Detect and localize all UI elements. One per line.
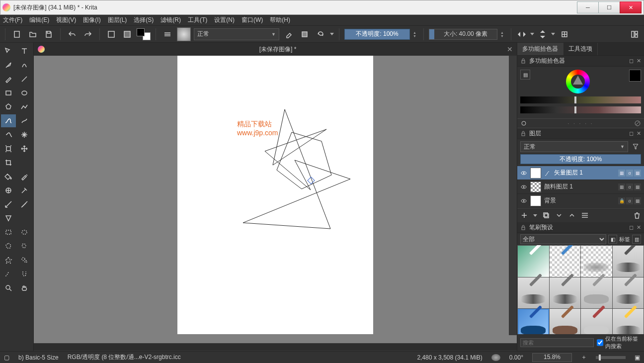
reload-brush-button[interactable] — [314, 28, 327, 41]
brush-preset[interactable] — [613, 246, 644, 277]
transform-layer-tool[interactable] — [1, 142, 16, 155]
selection-mode-icon[interactable]: ▢ — [4, 354, 9, 361]
menu-tool[interactable]: 工具(T) — [188, 16, 207, 24]
docker-drag-handle[interactable]: · · · · · — [530, 121, 631, 126]
menu-layer[interactable]: 图层(L) — [108, 16, 127, 24]
transform-tool[interactable] — [1, 45, 16, 58]
color-options-button[interactable]: ▤ — [520, 70, 530, 80]
close-document-button[interactable]: ✕ — [507, 45, 513, 53]
reference-tool[interactable] — [1, 212, 16, 225]
crop-tool[interactable] — [1, 156, 16, 169]
menu-image[interactable]: 图像(I) — [83, 16, 100, 24]
brush-settings-button[interactable] — [161, 28, 174, 41]
maximize-button[interactable]: ☐ — [598, 1, 620, 13]
color-history-strip[interactable] — [520, 96, 641, 103]
eraser-toggle[interactable] — [282, 28, 295, 41]
layer-badge[interactable]: ▩ — [634, 197, 641, 204]
tab-color-picker[interactable]: 多功能拾色器 — [517, 43, 564, 55]
save-button[interactable] — [42, 28, 55, 41]
brush-preset[interactable] — [550, 277, 581, 309]
docker-float-button[interactable]: ◻ — [629, 58, 634, 64]
smart-patch-tool[interactable] — [17, 184, 32, 197]
mirror-vertical-button[interactable] — [537, 29, 548, 40]
bezier-tool[interactable] — [1, 114, 16, 127]
pattern-button[interactable] — [121, 28, 134, 41]
layer-alpha-badge[interactable]: α — [626, 183, 633, 190]
layer-row[interactable]: 背景 🔒α▩ — [517, 194, 644, 208]
brush-tool[interactable] — [1, 73, 16, 86]
document-tab[interactable]: [未保存图像] * ✕ — [34, 43, 517, 56]
pan-tool[interactable] — [17, 281, 32, 294]
delete-layer-button[interactable] — [633, 211, 641, 219]
brush-preset[interactable] — [518, 277, 549, 309]
layer-filter-button[interactable] — [630, 141, 641, 152]
move-down-button[interactable] — [555, 211, 563, 219]
layer-blend-mode-select[interactable]: 正常▼ — [520, 141, 628, 152]
tab-tool-options[interactable]: 工具选项 — [564, 43, 598, 55]
polygon-tool[interactable] — [1, 100, 16, 113]
dynamic-brush-tool[interactable] — [1, 128, 16, 141]
menu-file[interactable]: 文件(F) — [3, 16, 22, 24]
size-slider[interactable]: 大小: 40.00 像素 — [429, 29, 497, 40]
reset-icon[interactable] — [520, 120, 527, 127]
magnetic-select-tool[interactable] — [17, 268, 32, 280]
blend-mode-select[interactable]: 正常 ▼ — [194, 28, 279, 40]
color-shade-strip[interactable] — [520, 106, 641, 113]
layer-row[interactable]: 矢量图层 1 ▦α▩ — [517, 166, 644, 180]
close-button[interactable]: ✕ — [620, 1, 642, 13]
color-swatch-pair[interactable] — [137, 28, 151, 40]
move-tool[interactable] — [17, 142, 32, 155]
new-doc-button[interactable] — [10, 28, 23, 41]
brush-preset[interactable] — [518, 309, 549, 334]
dropdown-arrow-icon[interactable] — [533, 214, 537, 217]
rect-select-tool[interactable] — [1, 226, 16, 239]
brush-view-toggle[interactable]: ◧ — [608, 235, 617, 244]
menu-select[interactable]: 选择(S) — [134, 16, 154, 24]
multibrush-tool[interactable] — [17, 128, 32, 141]
text-tool[interactable] — [17, 45, 32, 58]
color-picker-tool[interactable] — [17, 170, 32, 183]
alpha-lock-toggle[interactable] — [298, 28, 311, 41]
pattern-edit-tool[interactable] — [1, 184, 16, 197]
zoom-plus-button[interactable]: ＋ — [581, 353, 587, 362]
polyline-tool[interactable] — [17, 100, 32, 113]
docker-float-button[interactable]: ◻ — [629, 224, 634, 231]
docker-close-button[interactable]: ✕ — [637, 58, 641, 64]
similar-select-tool[interactable] — [17, 254, 32, 267]
layer-badge[interactable]: ▦ — [618, 183, 625, 190]
duplicate-layer-button[interactable] — [542, 211, 550, 219]
status-color-profile[interactable]: RGB/透明度 (8 位整数/通...e-V2-srgbtrc.icc — [68, 353, 181, 362]
zoom-tool[interactable] — [1, 281, 16, 294]
menu-edit[interactable]: 编辑(E) — [29, 16, 49, 24]
menu-help[interactable]: 帮助(H) — [270, 16, 290, 24]
layer-alpha-badge[interactable]: α — [626, 197, 633, 204]
polygon-select-tool[interactable] — [1, 240, 16, 253]
visibility-icon[interactable] — [520, 183, 527, 190]
calligraphy-tool[interactable] — [17, 59, 32, 72]
layer-opacity-slider[interactable]: 不透明度: 100% — [520, 154, 641, 164]
brush-preset[interactable] — [581, 246, 612, 277]
ellipse-select-tool[interactable] — [17, 226, 32, 239]
vertical-scrollbar[interactable] — [509, 56, 517, 335]
gradient-button[interactable] — [105, 28, 118, 41]
minimize-button[interactable]: ─ — [577, 1, 599, 13]
brush-tag-filter[interactable]: 全部 — [520, 234, 606, 244]
docker-close-button[interactable]: ✕ — [637, 130, 641, 137]
freehand-select-tool[interactable] — [17, 240, 32, 253]
layer-badge[interactable]: ▦ — [618, 170, 625, 177]
redo-button[interactable] — [81, 28, 94, 41]
brush-preset[interactable] — [550, 309, 581, 334]
edit-shapes-tool[interactable] — [1, 59, 16, 72]
horizontal-scrollbar[interactable] — [34, 343, 517, 351]
brush-preset[interactable] — [550, 246, 581, 277]
current-color-swatch[interactable] — [629, 70, 641, 82]
docker-close-button[interactable]: ✕ — [637, 224, 641, 231]
fill-tool[interactable] — [1, 170, 16, 183]
brush-preset[interactable] — [581, 277, 612, 309]
layer-lock-badge[interactable]: 🔒 — [618, 197, 625, 204]
brush-preset[interactable] — [581, 309, 612, 334]
rotation-dial[interactable] — [491, 354, 500, 361]
visibility-icon[interactable] — [520, 170, 527, 177]
opacity-stepper[interactable]: ▲▼ — [413, 31, 416, 38]
zoom-slider[interactable] — [596, 356, 626, 359]
